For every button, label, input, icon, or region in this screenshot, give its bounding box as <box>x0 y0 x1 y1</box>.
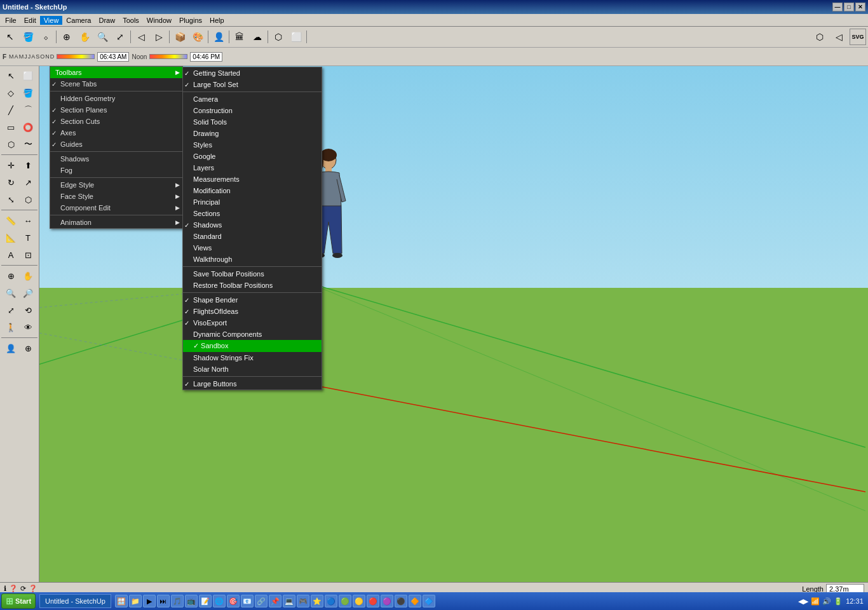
submenu-large-tool-set[interactable]: Large Tool Set <box>183 79 322 90</box>
menu-draw[interactable]: Draw <box>95 16 119 25</box>
menu-section-planes[interactable]: Section Planes <box>50 104 182 116</box>
taskbar-icon-21[interactable]: ⚫ <box>395 595 407 607</box>
submenu-modification[interactable]: Modification <box>183 185 322 196</box>
menu-component-edit[interactable]: Component Edit <box>50 202 182 214</box>
submenu-walkthrough[interactable]: Walkthrough <box>183 254 322 265</box>
tool-3dwarehouse[interactable]: 🏛 <box>231 29 248 45</box>
submenu-camera[interactable]: Camera <box>183 93 322 105</box>
taskbar-icon-22[interactable]: 🔶 <box>409 595 421 607</box>
battery-icon[interactable]: 🔋 <box>834 597 843 606</box>
tray-arrows[interactable]: ◀▶ <box>798 597 808 606</box>
taskbar-icon-12[interactable]: 📌 <box>269 595 281 607</box>
menu-hidden-geometry[interactable]: Hidden Geometry <box>50 93 182 104</box>
time-slider[interactable] <box>57 54 95 59</box>
taskbar-icon-8[interactable]: 🌐 <box>213 595 226 607</box>
menu-window[interactable]: Window <box>143 16 175 25</box>
taskbar-icon-18[interactable]: 🟡 <box>353 595 365 607</box>
view-cube[interactable]: ⬡ <box>811 29 828 45</box>
submenu-layers[interactable]: Layers <box>183 162 322 173</box>
lt-look-around[interactable]: 👁 <box>20 319 36 336</box>
lt-section[interactable]: ⊡ <box>20 247 36 263</box>
submenu-solar-north[interactable]: Solar North <box>183 363 322 375</box>
submenu-getting-started[interactable]: Getting Started <box>183 67 322 79</box>
tool-eraser[interactable]: ⬦ <box>37 29 54 45</box>
close-button[interactable]: ✕ <box>855 3 865 11</box>
svg-export[interactable]: SVG <box>850 29 866 45</box>
day-slider[interactable] <box>149 54 187 59</box>
taskbar-icon-15[interactable]: ⭐ <box>311 595 323 607</box>
menu-section-cuts[interactable]: Section Cuts <box>50 116 182 127</box>
menu-fog[interactable]: Fog <box>50 165 182 176</box>
taskbar-icon-19[interactable]: 🔴 <box>367 595 379 607</box>
active-window-taskbar[interactable]: Untitled - SketchUp <box>39 594 111 608</box>
menu-edit[interactable]: Edit <box>20 16 40 25</box>
lt-pan[interactable]: ✋ <box>20 268 36 284</box>
taskbar-icon-17[interactable]: 🟢 <box>339 595 351 607</box>
menu-camera[interactable]: Camera <box>62 16 95 25</box>
taskbar-icon-10[interactable]: 📧 <box>241 595 254 607</box>
submenu-dynamic-components[interactable]: Dynamic Components <box>183 329 322 340</box>
submenu-measurements[interactable]: Measurements <box>183 173 322 185</box>
submenu-views[interactable]: Views <box>183 242 322 254</box>
menu-help[interactable]: Help <box>206 16 228 25</box>
submenu-styles[interactable]: Styles <box>183 139 322 151</box>
menu-file[interactable]: File <box>1 16 20 25</box>
menu-toolbars[interactable]: Toolbars Getting Started Large Tool Set … <box>50 67 182 78</box>
tool-share[interactable]: ☁ <box>249 29 266 45</box>
submenu-shadows[interactable]: Shadows <box>183 219 322 231</box>
menu-shadows-view[interactable]: Shadows <box>50 153 182 165</box>
submenu-google[interactable]: Google <box>183 151 322 162</box>
network-icon[interactable]: 📶 <box>811 597 820 606</box>
submenu-solid-tools[interactable]: Solid Tools <box>183 116 322 128</box>
taskbar-icon-20[interactable]: 🟣 <box>381 595 393 607</box>
menu-scene-tabs[interactable]: Scene Tabs <box>50 78 182 90</box>
menu-tools[interactable]: Tools <box>119 16 143 25</box>
volume-icon[interactable]: 🔊 <box>822 597 831 606</box>
tool-zoom-extents[interactable]: ⤢ <box>112 29 128 45</box>
taskbar-icon-14[interactable]: 🎮 <box>297 595 309 607</box>
taskbar-icon-23[interactable]: 🔷 <box>423 595 435 607</box>
submenu-visoexport[interactable]: VisoExport <box>183 317 322 329</box>
menu-guides[interactable]: Guides <box>50 139 182 150</box>
lt-3dtext[interactable]: A <box>3 247 19 263</box>
lt-zoom-window[interactable]: 🔎 <box>20 285 36 301</box>
view-iso[interactable]: ⬡ <box>270 29 287 45</box>
submenu-sections[interactable]: Sections <box>183 208 322 219</box>
submenu-shadow-strings[interactable]: Shadow Strings Fix <box>183 352 322 363</box>
taskbar-icon-7[interactable]: 📝 <box>199 595 212 607</box>
submenu-restore-toolbar[interactable]: Restore Toolbar Positions <box>183 280 322 291</box>
menu-face-style[interactable]: Face Style <box>50 191 182 202</box>
lt-zoom[interactable]: 🔍 <box>3 285 19 301</box>
lt-axes[interactable]: ⊕ <box>20 340 36 356</box>
tool-select[interactable]: ↖ <box>2 29 18 45</box>
taskbar-icon-13[interactable]: 💻 <box>283 595 295 607</box>
taskbar-icon-9[interactable]: 🎯 <box>227 595 240 607</box>
lt-person[interactable]: 👤 <box>3 340 19 356</box>
submenu-shape-bender[interactable]: Shape Bender <box>183 294 322 306</box>
tool-pan[interactable]: ✋ <box>76 29 93 45</box>
tool-next-view[interactable]: ▷ <box>151 29 167 45</box>
taskbar-icon-11[interactable]: 🔗 <box>255 595 268 607</box>
lt-zoom-extents[interactable]: ⤢ <box>3 302 19 318</box>
taskbar-icon-16[interactable]: 🔵 <box>325 595 337 607</box>
maximize-button[interactable]: □ <box>844 3 854 11</box>
menu-plugins[interactable]: Plugins <box>175 16 206 25</box>
taskbar-icon-5[interactable]: 🎵 <box>171 595 184 607</box>
tool-paint2[interactable]: 🎨 <box>189 29 206 45</box>
submenu-drawing[interactable]: Drawing <box>183 128 322 139</box>
menu-view[interactable]: View <box>40 16 63 25</box>
tool-person[interactable]: 👤 <box>210 29 227 45</box>
lt-text[interactable]: T <box>20 229 36 246</box>
submenu-save-toolbar[interactable]: Save Toolbar Positions <box>183 268 322 280</box>
submenu-standard[interactable]: Standard <box>183 231 322 242</box>
submenu-principal[interactable]: Principal <box>183 196 322 208</box>
taskbar-icon-1[interactable]: 🪟 <box>115 595 128 607</box>
submenu-construction[interactable]: Construction <box>183 105 322 116</box>
lt-zoom-prev[interactable]: ⟲ <box>20 302 36 318</box>
view-top[interactable]: ⬜ <box>288 29 304 45</box>
menu-axes[interactable]: Axes <box>50 127 182 139</box>
minimize-button[interactable]: — <box>832 3 843 11</box>
taskbar-icon-2[interactable]: 📁 <box>129 595 142 607</box>
taskbar-icon-3[interactable]: ▶ <box>143 595 156 607</box>
tool-prev-view[interactable]: ◁ <box>133 29 149 45</box>
